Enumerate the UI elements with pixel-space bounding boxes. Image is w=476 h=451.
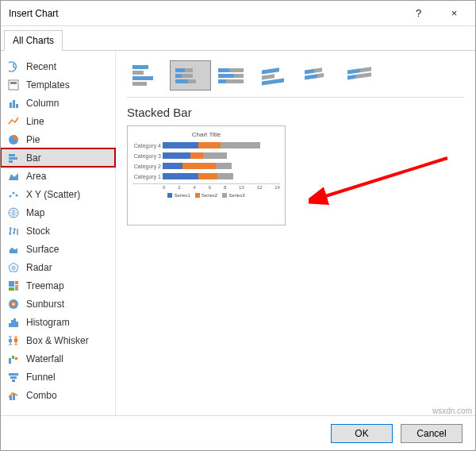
svg-rect-1 <box>10 82 17 84</box>
stock-icon <box>7 225 20 237</box>
dialog-footer: OK Cancel <box>1 415 475 450</box>
recent-icon <box>7 60 20 73</box>
area-icon <box>7 170 20 183</box>
subtype-clustered-bar[interactable] <box>127 60 168 91</box>
svg-rect-45 <box>347 75 355 79</box>
dialog-title: Insert Chart <box>9 8 401 19</box>
svg-rect-16 <box>15 281 18 284</box>
tab-all-charts[interactable]: All Charts <box>4 30 63 51</box>
subtype-3d-100-stacked-bar[interactable] <box>341 60 382 91</box>
legend-series2: Series2 <box>202 193 217 198</box>
svg-rect-46 <box>355 72 371 79</box>
subtype-stacked-bar[interactable] <box>170 60 211 91</box>
boxwhisker-icon <box>7 334 20 347</box>
cancel-button[interactable]: Cancel <box>401 424 463 443</box>
svg-rect-25 <box>16 322 18 327</box>
sidebar-item-label: Surface <box>26 244 59 255</box>
svg-rect-28 <box>9 358 11 364</box>
sidebar-item-label: Bar <box>26 152 41 164</box>
sidebar-item-recent[interactable]: Recent <box>1 57 115 75</box>
sidebar-item-label: Funnel <box>26 372 56 383</box>
subtype-100-stacked-bar[interactable] <box>213 60 254 91</box>
legend-series1: Series1 <box>174 193 190 198</box>
titlebar: Insert Chart ? × <box>1 1 475 26</box>
map-icon <box>7 206 20 219</box>
histogram-icon <box>7 316 20 329</box>
chart-preview[interactable]: Chart Title Category 4Category 3Category… <box>127 125 286 226</box>
sidebar-item-boxwhisker[interactable]: Box & Whisker <box>1 331 115 349</box>
sidebar-item-pie[interactable]: Pie <box>1 130 115 148</box>
sidebar-item-label: Line <box>26 116 44 127</box>
svg-line-47 <box>321 158 447 198</box>
sidebar-item-surface[interactable]: Surface <box>1 240 115 258</box>
surface-icon <box>7 243 20 256</box>
svg-rect-6 <box>9 154 15 156</box>
chart-preview-axis: 02468101214 <box>132 183 280 190</box>
svg-rect-33 <box>12 380 15 382</box>
svg-rect-22 <box>9 323 11 327</box>
section-title: Stacked Bar <box>127 106 464 119</box>
sidebar-item-funnel[interactable]: Funnel <box>1 368 115 386</box>
chart-preview-bars: Category 4Category 3Category 2Category 1 <box>132 142 280 179</box>
svg-rect-39 <box>305 69 314 75</box>
sidebar-item-label: Map <box>26 207 44 218</box>
tab-strip: All Charts <box>1 26 475 51</box>
chart-preview-title: Chart Title <box>132 131 280 138</box>
sidebar-item-label: Pie <box>26 134 40 145</box>
funnel-icon <box>7 371 20 384</box>
help-button[interactable]: ? <box>401 2 436 25</box>
sidebar-item-radar[interactable]: Radar <box>1 258 115 276</box>
sidebar-item-label: Waterfall <box>26 353 63 364</box>
sidebar-item-column[interactable]: Column <box>1 94 115 112</box>
sidebar-item-stock[interactable]: Stock <box>1 222 115 240</box>
sidebar-item-line[interactable]: Line <box>1 112 115 130</box>
sidebar-item-label: Stock <box>26 226 50 237</box>
svg-point-11 <box>16 194 18 196</box>
sidebar-item-label: Radar <box>26 262 52 273</box>
svg-rect-4 <box>16 104 18 108</box>
sidebar-item-templates[interactable]: Templates <box>1 75 115 94</box>
svg-rect-27 <box>14 338 17 342</box>
sidebar-item-sunburst[interactable]: Sunburst <box>1 295 115 313</box>
svg-rect-29 <box>12 356 14 359</box>
sunburst-icon <box>7 298 20 310</box>
sidebar-item-waterfall[interactable]: Waterfall <box>1 349 115 368</box>
svg-rect-24 <box>13 318 16 327</box>
sidebar-item-map[interactable]: Map <box>1 203 115 222</box>
sidebar-item-area[interactable]: Area <box>1 167 115 185</box>
scatter-icon <box>7 188 20 201</box>
subtype-3d-clustered-bar[interactable] <box>255 60 297 91</box>
svg-rect-2 <box>10 102 12 108</box>
svg-rect-43 <box>347 68 360 74</box>
svg-rect-42 <box>317 73 324 78</box>
watermark-text: wsxdn.com <box>432 407 472 415</box>
legend-series3: Series3 <box>228 193 244 198</box>
svg-rect-3 <box>13 100 15 108</box>
bar-icon <box>7 152 20 164</box>
svg-rect-15 <box>9 281 14 287</box>
chart-type-sidebar: Recent Templates Column Line Pie Bar Are… <box>1 51 116 415</box>
sidebar-item-label: Recent <box>26 61 56 72</box>
sidebar-item-label: Templates <box>26 79 70 91</box>
sidebar-item-treemap[interactable]: Treemap <box>1 276 115 295</box>
svg-rect-41 <box>305 74 317 79</box>
templates-icon <box>7 79 20 91</box>
svg-rect-44 <box>360 67 371 72</box>
pie-icon <box>7 133 20 146</box>
svg-rect-30 <box>15 357 17 360</box>
ok-button[interactable]: OK <box>331 424 393 443</box>
sidebar-item-label: Histogram <box>26 317 70 328</box>
main-panel: Stacked Bar Chart Title Category 4Catego… <box>116 51 475 415</box>
sidebar-item-combo[interactable]: Combo <box>1 386 115 404</box>
sidebar-item-scatter[interactable]: X Y (Scatter) <box>1 185 115 203</box>
sidebar-item-bar[interactable]: Bar <box>1 148 115 167</box>
close-button[interactable]: × <box>436 2 472 25</box>
svg-rect-23 <box>11 320 13 327</box>
sidebar-item-label: Area <box>26 171 46 182</box>
bar-subtype-row <box>127 60 464 98</box>
svg-rect-8 <box>9 160 13 163</box>
svg-rect-36 <box>262 67 279 74</box>
sidebar-item-histogram[interactable]: Histogram <box>1 313 115 331</box>
subtype-3d-stacked-bar[interactable] <box>298 60 340 91</box>
svg-point-9 <box>10 195 12 197</box>
